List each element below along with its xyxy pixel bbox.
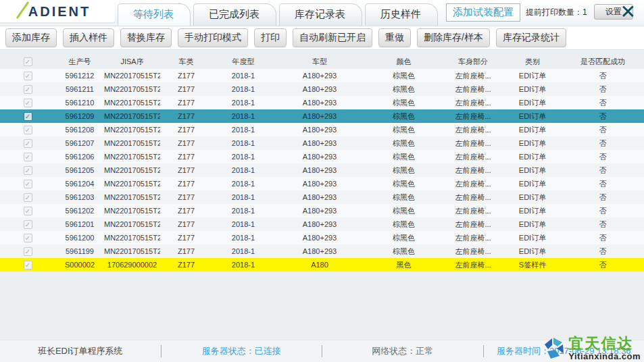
row-checkbox[interactable]: ✓ xyxy=(24,139,32,148)
row-checkbox[interactable]: ✓ xyxy=(24,153,32,161)
row-checkbox[interactable]: ✓ xyxy=(24,220,32,229)
replace-inventory-button[interactable]: 替换库存 xyxy=(120,28,172,47)
print-button[interactable]: 打印 xyxy=(254,28,287,47)
row-checkbox-cell: ✓ xyxy=(0,247,55,256)
cell-model: A180+293 xyxy=(274,207,365,215)
cell-color: 棕黑色 xyxy=(365,111,443,122)
cell-vehicle-class: Z177 xyxy=(160,166,212,174)
row-checkbox[interactable]: ✓ xyxy=(24,180,32,188)
row-checkbox[interactable]: ✓ xyxy=(24,166,32,175)
table-row[interactable]: ✓5961207MN220170515T228Z1772018-1A180+29… xyxy=(0,136,644,150)
cell-production-no: 5961200 xyxy=(55,234,104,242)
cell-model: A180+293 xyxy=(274,139,365,147)
cell-production-no: 5961203 xyxy=(55,193,104,201)
row-checkbox[interactable]: ✓ xyxy=(24,85,32,94)
cell-year-model: 2018-1 xyxy=(212,126,274,134)
cell-color: 棕黑色 xyxy=(365,71,443,81)
cell-year-model: 2018-1 xyxy=(212,247,274,255)
table-row[interactable]: ✓S000002170629000002Z1772018-1A180黑色左前座椅… xyxy=(0,258,644,272)
cell-model: A180+293 xyxy=(274,99,365,107)
cell-category: EDI订单 xyxy=(503,152,562,162)
cell-year-model: 2018-1 xyxy=(212,85,274,93)
tab-inventory-record[interactable]: 库存记录表 xyxy=(279,3,362,26)
column-header: 是否匹配成功 xyxy=(562,57,644,67)
watermark: 宜天信达 Yitianxinda.com xyxy=(542,336,641,361)
cell-year-model: 2018-1 xyxy=(212,72,274,80)
table-row[interactable]: ✓5961206MN220170515T229Z1772018-1A180+29… xyxy=(0,150,644,163)
column-header: 生产号 xyxy=(55,57,104,67)
cell-body-part: 左前座椅... xyxy=(443,206,503,216)
row-checkbox-cell: ✓ xyxy=(0,125,55,134)
cell-body-part: 左前座椅... xyxy=(443,219,503,230)
cell-body-part: 左前座椅... xyxy=(443,152,503,162)
table-row[interactable]: ✓5961208MN220170515T227Z1772018-1A180+29… xyxy=(0,123,644,136)
cell-match-success: 否 xyxy=(562,179,644,189)
cell-category: EDI订单 xyxy=(503,111,562,122)
cell-production-no: 5961204 xyxy=(55,180,104,188)
table-row[interactable]: ✓5961205MN220170515T230Z1772018-1A180+29… xyxy=(0,163,644,177)
cell-model: A180+293 xyxy=(274,220,365,228)
table-row[interactable]: ✓5961211MN220170515T224Z1772018-1A180+29… xyxy=(0,82,644,96)
row-checkbox[interactable]: ✓ xyxy=(24,99,32,107)
add-inventory-button[interactable]: 添加库存 xyxy=(5,28,57,47)
tab-history-samples[interactable]: 历史样件 xyxy=(365,3,438,26)
cell-vehicle-class: Z177 xyxy=(160,220,212,228)
select-all-column-header: ✓ xyxy=(0,57,55,67)
insert-sample-button[interactable]: 插入样件 xyxy=(63,28,114,47)
delete-inventory-sample-button[interactable]: 删除库存/样本 xyxy=(417,28,490,47)
table-row[interactable]: ✓5961210MN220170515T225Z1772018-1A180+29… xyxy=(0,96,644,109)
cell-match-success: 否 xyxy=(562,247,644,257)
cell-match-success: 否 xyxy=(562,84,644,95)
logo-slash-icon xyxy=(16,1,29,18)
row-checkbox[interactable]: ✓ xyxy=(24,126,32,134)
row-checkbox[interactable]: ✓ xyxy=(24,234,32,242)
select-all-checkbox[interactable]: ✓ xyxy=(24,57,32,66)
network-status-label: 网络状态：正常 xyxy=(322,345,483,357)
table-row[interactable]: ✓5961200MN220170515T235Z1772018-1A180+29… xyxy=(0,231,644,244)
cell-match-success: 否 xyxy=(562,165,644,176)
watermark-text: 宜天信达 Yitianxinda.com xyxy=(568,336,641,361)
cell-category: EDI订单 xyxy=(503,179,562,189)
table-row[interactable]: ✓5961209MN220170515T226Z1772018-1A180+29… xyxy=(0,109,644,123)
cell-body-part: 左前座椅... xyxy=(443,98,503,108)
cell-jisa-no: MN220170515T233 xyxy=(104,207,160,215)
row-checkbox-cell: ✓ xyxy=(0,71,55,80)
redo-button[interactable]: 重做 xyxy=(378,28,411,47)
cell-model: A180+293 xyxy=(274,85,365,93)
table-row[interactable]: ✓5961202MN220170515T233Z1772018-1A180+29… xyxy=(0,204,644,217)
cell-production-no: 5961199 xyxy=(55,247,104,255)
table-body: ✓5961212MN220170515T223Z1772018-1A180+29… xyxy=(0,69,644,272)
logo-text: ADIENT xyxy=(28,4,91,19)
manual-print-mode-button[interactable]: 手动打印模式 xyxy=(178,28,248,47)
add-trial-config-button[interactable]: 添加试装配置 xyxy=(446,3,520,22)
column-header: 车身部分 xyxy=(443,57,503,67)
tab-completed-list[interactable]: 已完成列表 xyxy=(193,3,276,26)
auto-refresh-on-button[interactable]: 自动刷新已开启 xyxy=(293,28,372,47)
table-row[interactable]: ✓5961201MN220170515T234Z1772018-1A180+29… xyxy=(0,217,644,231)
watermark-domain: Yitianxinda.com xyxy=(568,352,641,361)
row-checkbox[interactable]: ✓ xyxy=(24,247,32,256)
orders-table: ✓生产号JISA序车类年度型车型颜色车身部分类别是否匹配成功 ✓5961212M… xyxy=(0,55,644,272)
cell-color: 棕黑色 xyxy=(365,138,443,149)
print-ahead-count-label: 提前打印数量：1 xyxy=(526,7,587,18)
cell-body-part: 左前座椅... xyxy=(443,138,503,149)
inventory-record-stats-button[interactable]: 库存记录统计 xyxy=(496,28,566,47)
cell-body-part: 左前座椅... xyxy=(443,179,503,189)
table-header-row: ✓生产号JISA序车类年度型车型颜色车身部分类别是否匹配成功 xyxy=(0,55,644,69)
row-checkbox[interactable]: ✓ xyxy=(24,72,32,80)
row-checkbox[interactable]: ✓ xyxy=(24,207,32,215)
cell-match-success: 否 xyxy=(562,98,644,108)
toolbar: 添加库存插入样件替换库存手动打印模式打印自动刷新已开启重做删除库存/样本库存记录… xyxy=(0,26,644,50)
table-row[interactable]: ✓5961199MN220170515T236Z1772018-1A180+29… xyxy=(0,244,644,258)
watermark-name: 宜天信达 xyxy=(568,336,633,351)
table-row[interactable]: ✓5961212MN220170515T223Z1772018-1A180+29… xyxy=(0,69,644,82)
tab-waiting-list[interactable]: 等待列表 xyxy=(118,3,191,26)
cell-category: EDI订单 xyxy=(503,165,562,176)
row-checkbox[interactable]: ✓ xyxy=(24,193,32,202)
row-checkbox[interactable]: ✓ xyxy=(24,112,32,121)
table-row[interactable]: ✓5961204MN220170515T231Z1772018-1A180+29… xyxy=(0,177,644,190)
row-checkbox[interactable]: ✓ xyxy=(24,261,32,269)
close-icon[interactable]: ✕ xyxy=(620,1,636,23)
table-row[interactable]: ✓5961203MN220170515T232Z1772018-1A180+29… xyxy=(0,190,644,204)
cell-year-model: 2018-1 xyxy=(212,99,274,107)
